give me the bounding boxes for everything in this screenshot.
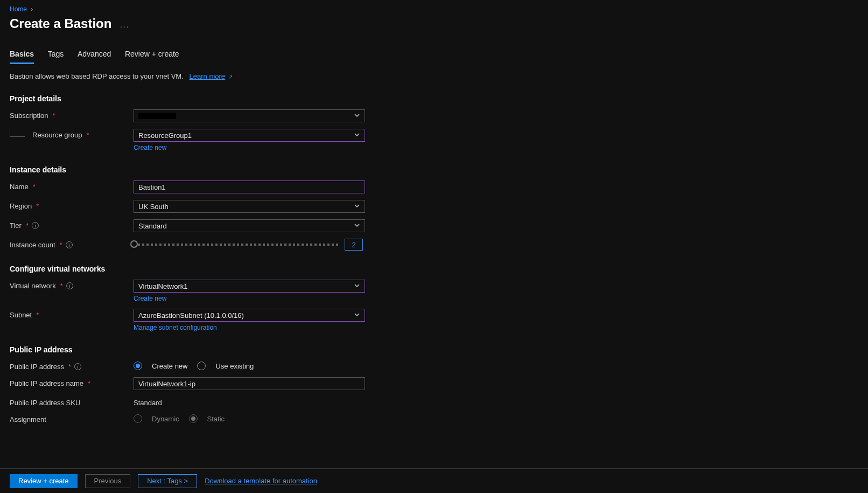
tabs: Basics Tags Advanced Review + create <box>10 46 868 65</box>
radio-create-new-label: Create new <box>152 362 187 370</box>
review-create-button[interactable]: Review + create <box>10 474 78 488</box>
info-icon[interactable]: i <box>32 222 39 229</box>
footer: Review + create Previous Next : Tags > D… <box>0 468 868 493</box>
info-icon[interactable]: i <box>74 363 81 370</box>
subscription-select[interactable] <box>134 109 365 122</box>
radio-use-existing-label: Use existing <box>215 362 254 370</box>
create-new-rg-link[interactable]: Create new <box>134 144 365 151</box>
slider-thumb[interactable] <box>130 240 138 248</box>
tier-value: Standard <box>138 222 167 230</box>
radio-static <box>189 414 198 423</box>
label-public-ip-sku: Public IP address SKU <box>10 399 80 407</box>
label-virtual-network: Virtual network <box>10 282 56 290</box>
chevron-down-icon <box>354 311 360 320</box>
resource-group-select[interactable]: ResourceGroup1 <box>134 129 365 142</box>
resource-group-value: ResourceGroup1 <box>138 131 192 140</box>
label-instance-count: Instance count <box>10 241 55 249</box>
tab-basics[interactable]: Basics <box>10 46 34 64</box>
section-instance-details: Instance details <box>10 165 868 174</box>
virtual-network-select[interactable]: VirtualNetwork1 <box>134 280 365 293</box>
subnet-value: AzureBastionSubnet (10.1.0.0/16) <box>138 311 244 320</box>
learn-more-link[interactable]: Learn more <box>190 72 225 80</box>
region-value: UK South <box>138 203 169 211</box>
radio-dynamic <box>134 414 142 423</box>
public-ip-sku-value: Standard <box>134 397 365 407</box>
name-input[interactable]: Bastion1 <box>134 180 365 193</box>
chevron-down-icon <box>354 222 360 230</box>
tab-review[interactable]: Review + create <box>125 46 179 63</box>
intro-text: Bastion allows web based RDP access to y… <box>10 72 184 80</box>
subnet-select[interactable]: AzureBastionSubnet (10.1.0.0/16) <box>134 309 365 322</box>
chevron-down-icon <box>354 282 360 290</box>
radio-dynamic-label: Dynamic <box>152 415 179 423</box>
label-public-ip: Public IP address <box>10 363 64 371</box>
chevron-down-icon <box>354 203 360 211</box>
label-subscription: Subscription <box>10 112 48 120</box>
instance-count-value[interactable]: 2 <box>345 239 363 251</box>
next-button[interactable]: Next : Tags > <box>138 474 197 488</box>
label-region: Region <box>10 202 32 210</box>
radio-create-new[interactable] <box>134 362 142 370</box>
chevron-right-icon: › <box>31 5 33 13</box>
tab-tags[interactable]: Tags <box>48 46 64 63</box>
section-project-details: Project details <box>10 94 868 103</box>
more-icon[interactable]: ··· <box>120 22 130 31</box>
manage-subnet-link[interactable]: Manage subnet configuration <box>134 324 365 331</box>
radio-use-existing[interactable] <box>197 362 206 370</box>
name-value: Bastion1 <box>138 183 166 191</box>
tier-select[interactable]: Standard <box>134 219 365 232</box>
radio-static-label: Static <box>207 415 225 423</box>
info-icon[interactable]: i <box>66 241 73 248</box>
label-subnet: Subnet <box>10 311 32 319</box>
external-link-icon: ↗ <box>228 74 233 80</box>
region-select[interactable]: UK South <box>134 200 365 213</box>
label-public-ip-name: Public IP address name <box>10 379 83 387</box>
chevron-down-icon <box>354 131 360 140</box>
page-title: Create a Bastion <box>10 16 111 31</box>
public-ip-name-input[interactable]: VirtualNetwork1-ip <box>134 377 365 390</box>
instance-count-slider[interactable] <box>134 244 338 246</box>
virtual-network-value: VirtualNetwork1 <box>138 282 188 290</box>
public-ip-name-value: VirtualNetwork1-ip <box>138 380 195 388</box>
create-new-vnet-link[interactable]: Create new <box>134 295 365 302</box>
label-resource-group: Resource group <box>32 131 82 139</box>
breadcrumb-home[interactable]: Home <box>10 5 27 13</box>
breadcrumb: Home › <box>10 5 868 13</box>
info-icon[interactable]: i <box>66 282 73 289</box>
download-template-link[interactable]: Download a template for automation <box>205 477 317 485</box>
section-vnet: Configure virtual networks <box>10 265 868 273</box>
tab-advanced[interactable]: Advanced <box>78 46 111 63</box>
chevron-down-icon <box>354 112 360 120</box>
label-tier: Tier <box>10 221 22 230</box>
label-name: Name <box>10 183 29 191</box>
intro-text-row: Bastion allows web based RDP access to y… <box>10 72 868 80</box>
previous-button[interactable]: Previous <box>85 474 131 488</box>
subscription-value <box>138 113 176 119</box>
section-public-ip: Public IP address <box>10 345 868 354</box>
label-assignment: Assignment <box>10 415 46 423</box>
